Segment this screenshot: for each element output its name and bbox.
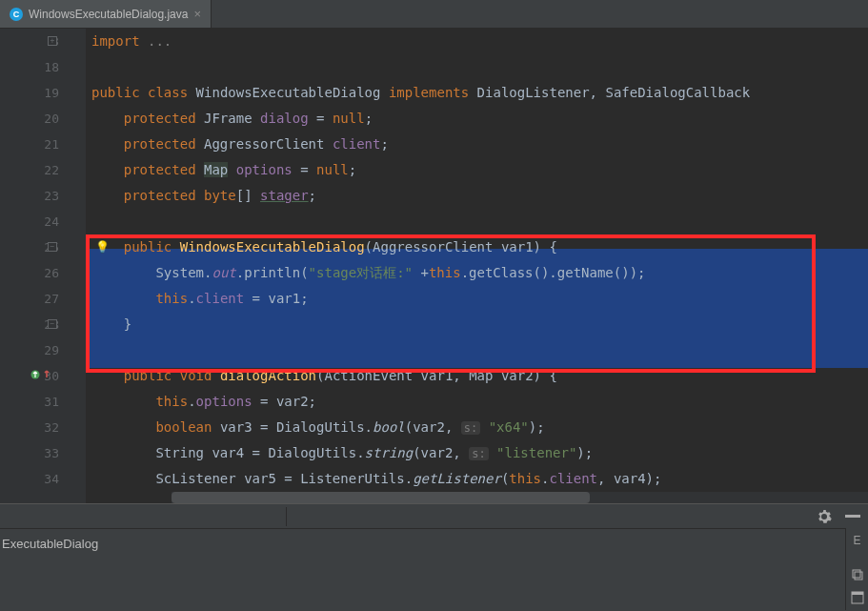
type: AggressorClient	[204, 136, 333, 152]
editor-area[interactable]: 3+ 18 19 20 21 22 23 24 25− 26 27 28− 29…	[0, 29, 868, 503]
field: client	[196, 291, 245, 306]
out: out	[212, 265, 235, 280]
gutter-line[interactable]: 30	[0, 363, 59, 389]
kw: public	[124, 368, 180, 383]
gutter-line[interactable]: 23	[0, 183, 59, 209]
gear-icon[interactable]	[817, 509, 832, 524]
kw: protected	[124, 188, 204, 203]
qual: ScListener var5 = ListenerUtils.	[155, 471, 413, 486]
kw: protected	[124, 162, 204, 177]
fold-toggle-icon[interactable]: +	[48, 36, 57, 46]
gutter-line[interactable]: 22	[0, 157, 59, 183]
call: bool	[373, 419, 405, 435]
qual: System.	[155, 265, 212, 280]
null: null	[333, 111, 365, 126]
rest: = var1;	[244, 291, 308, 306]
sp	[228, 162, 235, 177]
gutter-line[interactable]: 33	[0, 440, 59, 466]
file-tab[interactable]: C WindowsExecutableDialog.java ×	[0, 0, 212, 28]
copy-icon[interactable]	[851, 568, 864, 581]
gutter-line[interactable]: 3+	[0, 29, 59, 54]
override-up-icon[interactable]	[30, 370, 40, 379]
this: this	[155, 394, 188, 409]
kw: class	[148, 85, 196, 100]
folded-dots[interactable]: ...	[140, 33, 172, 49]
thumbnail-icon[interactable]	[851, 591, 864, 604]
plus: +	[413, 265, 429, 280]
gutter-line[interactable]: 31	[0, 389, 59, 415]
eq: =	[293, 162, 316, 177]
gutter-line[interactable]: 18	[0, 54, 59, 80]
class-file-icon: C	[10, 8, 23, 21]
horizontal-scrollbar[interactable]	[172, 492, 868, 503]
gutter-line[interactable]: 32	[0, 415, 59, 440]
fold-toggle-icon[interactable]: −	[48, 242, 57, 252]
constructor: WindowsExecutableDialog	[180, 239, 365, 255]
scroll-thumb[interactable]	[172, 492, 590, 503]
gutter-line[interactable]: 27	[0, 286, 59, 312]
field: dialog	[260, 111, 309, 126]
semi: ;	[309, 188, 316, 203]
right-tool-strip: E	[845, 528, 868, 610]
gutter-line[interactable]: 25−	[0, 234, 59, 260]
bottom-toolbar	[0, 504, 868, 529]
semi: ;	[349, 162, 356, 177]
dot: .	[188, 291, 195, 306]
kw: public	[91, 85, 148, 100]
close: );	[576, 445, 593, 460]
rest: , var4);	[597, 471, 661, 486]
interfaces: DialogListener, SafeDialogCallback	[477, 85, 751, 100]
svg-rect-1	[845, 515, 860, 518]
kw: void	[180, 368, 220, 383]
param-hint: s:	[469, 447, 488, 460]
field: client	[549, 471, 597, 486]
import-keyword: import	[91, 33, 140, 49]
override-down-icon[interactable]	[42, 370, 51, 379]
gutter-line[interactable]: 28−	[0, 312, 59, 337]
string-literal: "stage对话框:"	[309, 265, 413, 280]
brace: }	[124, 316, 131, 332]
gutter-line[interactable]: 34	[0, 466, 59, 492]
field: client	[333, 136, 381, 152]
this: this	[509, 471, 541, 486]
minimize-icon[interactable]	[845, 515, 860, 518]
call: string	[365, 445, 414, 460]
this: this	[429, 265, 461, 280]
field: options	[236, 162, 293, 177]
rest: .getClass().getName());	[461, 265, 646, 280]
qual: var3 = DialogUtils.	[220, 419, 373, 435]
tab-filename: WindowsExecutableDialog.java	[29, 8, 188, 21]
type: JFrame	[204, 111, 260, 126]
open: (var2,	[413, 445, 469, 460]
gutter-line[interactable]: 24	[0, 209, 59, 234]
sig: (AggressorClient var1) {	[365, 239, 557, 255]
kw: protected	[124, 111, 204, 126]
string-literal: "listener"	[489, 445, 577, 460]
kw: implements	[389, 85, 477, 100]
fold-toggle-icon[interactable]: −	[48, 319, 57, 329]
bottom-tool-window: ExecutableDialog	[0, 503, 868, 611]
semi: ;	[365, 111, 373, 126]
gutter-line[interactable]: 21	[0, 132, 59, 157]
kw: boolean	[155, 419, 219, 435]
intention-bulb-icon[interactable]: 💡	[95, 240, 110, 254]
svg-rect-5	[852, 592, 863, 595]
string-literal: "x64"	[480, 419, 529, 435]
qual: String var4 = DialogUtils.	[155, 445, 364, 460]
gutter-line[interactable]: 26	[0, 260, 59, 286]
code-pane[interactable]: import ... public class WindowsExecutabl…	[86, 29, 868, 503]
structure-breadcrumb[interactable]: ExecutableDialog	[0, 529, 868, 559]
close-tab-icon[interactable]: ×	[193, 7, 201, 21]
open: (var2,	[405, 419, 461, 435]
this: this	[155, 291, 188, 306]
kw: protected	[124, 136, 204, 152]
gutter-line[interactable]: 29	[0, 337, 59, 363]
call: getListener	[413, 471, 501, 486]
gutter-line[interactable]: 19	[0, 80, 59, 106]
gutter-line[interactable]: 20	[0, 106, 59, 132]
gutter: 3+ 18 19 20 21 22 23 24 25− 26 27 28− 29…	[0, 29, 86, 503]
field: stager	[260, 188, 309, 203]
right-strip-label[interactable]: E	[853, 534, 860, 547]
class-name: WindowsExecutableDialog	[196, 85, 389, 100]
semi: ;	[380, 136, 388, 152]
